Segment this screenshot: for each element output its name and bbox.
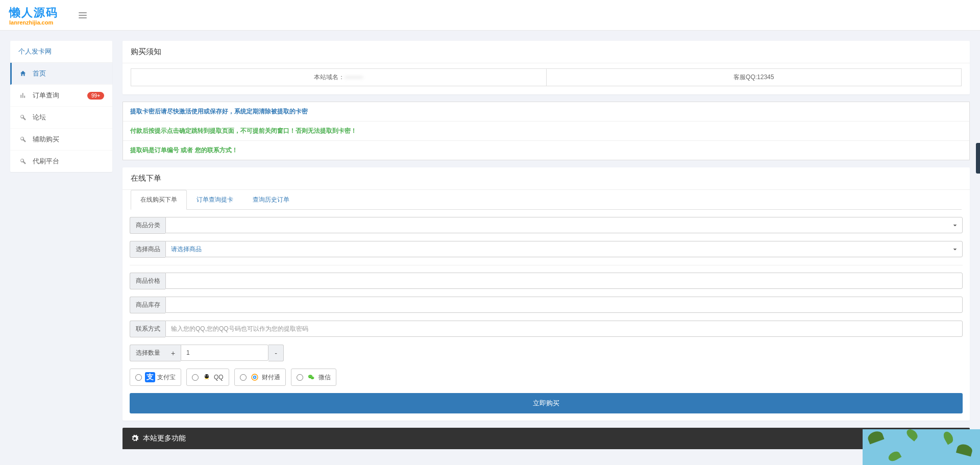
notice-list: 提取卡密后请尽快激活使用或保存好，系统定期清除被提取的卡密 付款后按提示点击确定… <box>122 102 970 160</box>
floating-decoration <box>863 429 980 459</box>
payment-row: 支 支付宝 QQ 财付通 <box>130 369 963 386</box>
order-form: 商品分类 选择商品 请选择商品 商品价格 商品库存 <box>122 210 970 421</box>
category-select[interactable] <box>165 217 963 233</box>
menu-toggle-icon[interactable] <box>79 12 87 18</box>
pay-radio[interactable] <box>240 374 247 381</box>
notice-item: 提取卡密后请尽快激活使用或保存好，系统定期清除被提取的卡密 <box>123 102 969 121</box>
stock-row: 商品库存 <box>130 297 963 313</box>
contact-input[interactable] <box>165 321 963 337</box>
tenpay-icon <box>250 372 260 382</box>
sidebar-item-forum[interactable]: 论坛 <box>10 107 112 129</box>
pay-option-wechat[interactable]: 微信 <box>291 369 336 386</box>
home-icon <box>18 70 28 77</box>
svg-point-8 <box>309 376 310 376</box>
quantity-plus-button[interactable]: + <box>165 345 181 361</box>
info-row: 本站域名：——— 客服QQ:12345 <box>131 68 962 86</box>
domain-value: ——— <box>345 74 363 81</box>
logo[interactable]: 懒人源码 lanrenzhijia.com <box>9 5 58 26</box>
contact-row: 联系方式 <box>130 321 963 337</box>
features-title: 本站更多功能 <box>143 434 186 443</box>
chart-icon <box>18 92 28 99</box>
product-row: 选择商品 请选择商品 <box>130 241 963 258</box>
pay-label: 支付宝 <box>157 373 176 382</box>
pay-label: 微信 <box>318 373 331 382</box>
gear-icon <box>131 434 139 443</box>
pay-radio[interactable] <box>135 374 142 381</box>
pay-option-qq[interactable]: QQ <box>186 369 229 386</box>
logo-main: 懒人源码 <box>9 5 58 20</box>
main: 购买须知 本站域名：——— 客服QQ:12345 提取卡密后请尽快激活使用或保存… <box>122 41 970 449</box>
tabs: 在线购买下单 订单查询提卡 查询历史订单 <box>131 190 962 210</box>
domain-label: 本站域名： <box>314 74 345 81</box>
sidebar-item-label: 辅助购买 <box>33 135 59 144</box>
product-select[interactable]: 请选择商品 <box>165 241 963 257</box>
qq-icon <box>202 372 212 382</box>
wrench-icon <box>18 158 28 165</box>
pay-label: 财付通 <box>262 373 280 382</box>
wrench-icon <box>18 114 28 121</box>
panel-title: 在线下单 <box>122 167 970 190</box>
notice-item: 付款后按提示点击确定跳转到提取页面，不可提前关闭窗口！否则无法提取到卡密！ <box>123 121 969 141</box>
quantity-input[interactable] <box>181 345 268 361</box>
sidebar-item-order-query[interactable]: 订单查询 99+ <box>10 85 112 107</box>
svg-point-5 <box>254 377 255 378</box>
qq-value: 12345 <box>757 74 774 81</box>
edge-handle[interactable] <box>976 143 980 174</box>
wechat-icon <box>306 372 316 382</box>
pay-radio[interactable] <box>192 374 199 381</box>
pay-radio[interactable] <box>297 374 303 381</box>
alipay-icon: 支 <box>145 372 155 382</box>
pay-option-alipay[interactable]: 支 支付宝 <box>130 369 181 386</box>
qq-label: 客服QQ: <box>733 74 757 81</box>
notice-item: 提取码是订单编号 或者 您的联系方式！ <box>123 141 969 160</box>
logo-sub: lanrenzhijia.com <box>9 19 58 26</box>
category-row: 商品分类 <box>130 217 963 234</box>
tab-history[interactable]: 查询历史订单 <box>243 190 299 210</box>
quantity-row: 选择数量 + - <box>130 345 963 361</box>
quantity-label: 选择数量 <box>130 345 165 361</box>
price-input <box>165 273 963 289</box>
contact-label: 联系方式 <box>130 321 165 337</box>
domain-info: 本站域名：——— <box>131 69 547 86</box>
tab-query-card[interactable]: 订单查询提卡 <box>187 190 243 210</box>
tab-buy[interactable]: 在线购买下单 <box>131 190 187 210</box>
sidebar-item-label: 代刷平台 <box>33 157 59 166</box>
sidebar-header: 个人发卡网 <box>10 41 112 63</box>
stock-input <box>165 297 963 313</box>
panel-title: 购买须知 <box>122 41 970 63</box>
sidebar-item-label: 论坛 <box>33 113 46 122</box>
sidebar-item-proxy-platform[interactable]: 代刷平台 <box>10 151 112 172</box>
sidebar-item-label: 首页 <box>33 69 46 78</box>
category-label: 商品分类 <box>130 217 165 234</box>
price-label: 商品价格 <box>130 273 165 289</box>
sidebar-item-home[interactable]: 首页 <box>10 63 112 85</box>
sidebar-item-label: 订单查询 <box>33 91 59 100</box>
svg-point-2 <box>207 375 208 376</box>
svg-point-1 <box>205 375 206 376</box>
svg-point-9 <box>310 376 311 376</box>
qq-info: 客服QQ:12345 <box>547 69 962 86</box>
svg-point-11 <box>313 377 313 378</box>
svg-point-7 <box>310 377 314 379</box>
pay-label: QQ <box>214 374 224 381</box>
pay-option-tenpay[interactable]: 财付通 <box>234 369 286 386</box>
badge: 99+ <box>87 92 104 100</box>
price-row: 商品价格 <box>130 273 963 289</box>
wrench-icon <box>18 136 28 143</box>
stock-label: 商品库存 <box>130 297 165 313</box>
order-panel: 在线下单 在线购买下单 订单查询提卡 查询历史订单 商品分类 选择商品 请选择商… <box>122 167 970 421</box>
header: 懒人源码 lanrenzhijia.com <box>0 0 980 31</box>
features-panel-header: 本站更多功能 <box>122 428 970 449</box>
sidebar: 个人发卡网 首页 订单查询 99+ 论坛 辅助购买 <box>10 41 112 172</box>
quantity-minus-button[interactable]: - <box>268 345 284 361</box>
submit-button[interactable]: 立即购买 <box>130 393 963 413</box>
product-label: 选择商品 <box>130 241 165 258</box>
purchase-notice-panel: 购买须知 本站域名：——— 客服QQ:12345 <box>122 41 970 94</box>
sidebar-item-assist-buy[interactable]: 辅助购买 <box>10 129 112 151</box>
svg-point-10 <box>311 377 312 378</box>
